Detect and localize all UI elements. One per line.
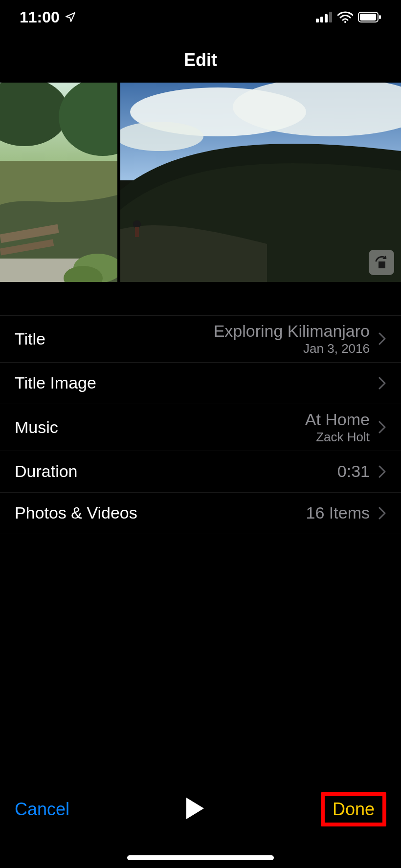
row-title-value: Exploring Kilimanjaro Jan 3, 2016 <box>45 322 379 356</box>
row-music-value: At Home Zack Holt <box>58 410 379 445</box>
svg-rect-1 <box>320 17 323 22</box>
done-button[interactable]: Done <box>333 799 375 819</box>
done-highlight: Done <box>321 792 386 826</box>
thumbnail-2 <box>120 83 401 282</box>
status-bar: 11:00 <box>0 0 401 34</box>
svg-rect-2 <box>325 14 328 22</box>
settings-list: Title Exploring Kilimanjaro Jan 3, 2016 … <box>0 315 401 534</box>
thumbnail-1 <box>0 83 117 282</box>
chevron-right-icon <box>379 332 386 345</box>
row-photos-videos-label: Photos & Videos <box>15 503 137 522</box>
svg-rect-3 <box>329 12 332 22</box>
status-time: 11:00 <box>20 8 60 26</box>
svg-point-4 <box>344 21 346 23</box>
location-icon <box>65 11 76 23</box>
row-title-label: Title <box>15 329 45 348</box>
page-title: Edit <box>184 50 217 70</box>
status-right <box>316 11 381 23</box>
header: Edit <box>0 43 401 77</box>
row-photos-videos[interactable]: Photos & Videos 16 Items <box>0 493 401 534</box>
row-title-image-label: Title Image <box>15 373 96 392</box>
svg-rect-24 <box>379 261 385 268</box>
home-indicator[interactable] <box>127 855 274 860</box>
row-duration-value: 0:31 <box>78 462 379 481</box>
svg-rect-6 <box>360 14 376 21</box>
toolbar: Cancel Done <box>0 780 401 839</box>
memory-preview[interactable] <box>0 83 401 282</box>
chevron-right-icon <box>379 377 386 390</box>
play-icon <box>184 797 206 820</box>
chevron-right-icon <box>379 421 386 434</box>
svg-point-22 <box>133 220 141 228</box>
rotate-button[interactable] <box>369 250 394 275</box>
row-title-image[interactable]: Title Image <box>0 363 401 404</box>
row-title[interactable]: Title Exploring Kilimanjaro Jan 3, 2016 <box>0 316 401 363</box>
svg-rect-23 <box>135 227 139 237</box>
play-button[interactable] <box>184 797 206 822</box>
wifi-icon <box>337 11 353 23</box>
chevron-right-icon <box>379 507 386 520</box>
svg-rect-0 <box>316 19 319 22</box>
row-duration[interactable]: Duration 0:31 <box>0 451 401 493</box>
status-left: 11:00 <box>20 8 76 26</box>
row-music[interactable]: Music At Home Zack Holt <box>0 404 401 451</box>
chevron-right-icon <box>379 465 386 478</box>
cell-signal-icon <box>316 12 333 22</box>
battery-icon <box>358 11 381 23</box>
row-photos-videos-value: 16 Items <box>137 503 379 522</box>
row-music-label: Music <box>15 418 58 437</box>
row-duration-label: Duration <box>15 462 78 481</box>
cancel-button[interactable]: Cancel <box>15 799 69 820</box>
svg-rect-7 <box>379 15 381 19</box>
